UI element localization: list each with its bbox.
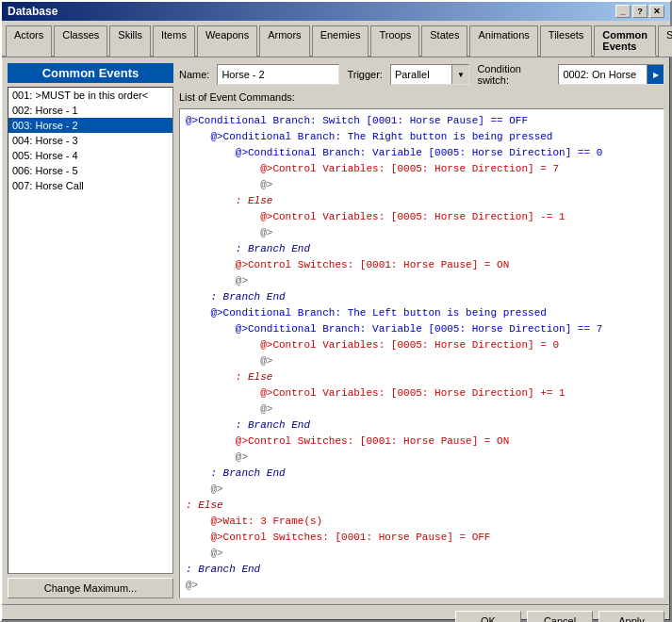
command-line: @>Conditional Branch: The Right button i… xyxy=(184,129,660,145)
trigger-arrow-icon[interactable]: ▼ xyxy=(451,65,468,84)
command-line: @> xyxy=(184,273,660,289)
change-max-button[interactable]: Change Maximum... xyxy=(8,578,173,598)
tab-actors[interactable]: Actors xyxy=(6,25,52,57)
tab-common-events[interactable]: Common Events xyxy=(594,25,656,57)
window-title: Database xyxy=(8,5,57,18)
condition-switch-value: 0002: On Horse xyxy=(559,67,647,82)
events-list[interactable]: 001: >MUST be in this order<002: Horse -… xyxy=(8,87,173,574)
condition-switch-label: Condition switch: xyxy=(477,63,550,86)
command-line: @> xyxy=(184,353,660,369)
tab-bar: ActorsClassesSkillsItemsWeaponsArmorsEne… xyxy=(2,21,670,57)
panel-title: Common Events xyxy=(8,63,173,83)
right-panel: Name: Trigger: Parallel ▼ Condition swit… xyxy=(179,63,664,598)
command-line: @>Conditional Branch: Variable [0005: Ho… xyxy=(184,145,660,161)
fields-row: Name: Trigger: Parallel ▼ Condition swit… xyxy=(179,63,664,86)
command-line: @> xyxy=(184,401,660,417)
name-label: Name: xyxy=(179,69,209,80)
tab-states[interactable]: States xyxy=(421,25,467,57)
command-line: @>Control Variables: [0005: Horse Direct… xyxy=(184,161,660,177)
command-line: : Branch End xyxy=(184,562,660,578)
tab-classes[interactable]: Classes xyxy=(54,25,107,57)
command-line: @>Control Switches: [0001: Horse Pause] … xyxy=(184,257,660,273)
command-line: @>Conditional Branch: The Left button is… xyxy=(184,305,660,321)
command-line: @>Control Switches: [0001: Horse Pause] … xyxy=(184,530,660,546)
tab-troops[interactable]: Troops xyxy=(370,25,419,57)
title-bar-buttons: _ ? ✕ xyxy=(615,5,664,18)
command-line: @> xyxy=(184,450,660,466)
list-item[interactable]: 004: Horse - 3 xyxy=(8,133,172,148)
command-line: : Branch End xyxy=(184,241,660,257)
content-area: Common Events 001: >MUST be in this orde… xyxy=(2,57,670,604)
trigger-label: Trigger: xyxy=(347,69,383,80)
command-line: @> xyxy=(184,177,660,193)
list-item[interactable]: 003: Horse - 2 xyxy=(8,118,172,133)
command-line: @>Wait: 3 Frame(s) xyxy=(184,514,660,530)
main-window: Database _ ? ✕ ActorsClassesSkillsItemsW… xyxy=(0,0,672,622)
bottom-bar: OK Cancel Apply xyxy=(2,604,670,622)
list-item[interactable]: 002: Horse - 1 xyxy=(8,103,172,118)
help-button[interactable]: ? xyxy=(632,5,647,18)
command-line: @> xyxy=(184,578,660,594)
list-item[interactable]: 006: Horse - 5 xyxy=(8,163,172,178)
tab-enemies[interactable]: Enemies xyxy=(312,25,369,57)
command-line: : Branch End xyxy=(184,466,660,482)
command-line: @>Control Variables: [0005: Horse Direct… xyxy=(184,209,660,225)
tab-armors[interactable]: Armors xyxy=(259,25,309,57)
left-panel: Common Events 001: >MUST be in this orde… xyxy=(8,63,173,598)
command-line: @>Control Variables: [0005: Horse Direct… xyxy=(184,385,660,401)
command-line: @>Conditional Branch: Switch [0001: Hors… xyxy=(184,113,660,129)
commands-box[interactable]: @>Conditional Branch: Switch [0001: Hors… xyxy=(179,108,664,598)
tab-system[interactable]: System xyxy=(658,25,672,57)
command-line: @>Control Switches: [0001: Horse Pause] … xyxy=(184,434,660,450)
command-line: @> xyxy=(184,482,660,498)
command-line: @>Conditional Branch: Variable [0005: Ho… xyxy=(184,321,660,337)
command-line: @> xyxy=(184,546,660,562)
command-line: : Branch End xyxy=(184,289,660,305)
name-input[interactable] xyxy=(217,64,339,85)
minimize-button[interactable]: _ xyxy=(615,5,631,18)
apply-button[interactable]: Apply xyxy=(598,611,664,622)
list-item[interactable]: 005: Horse - 4 xyxy=(8,148,172,163)
tab-weapons[interactable]: Weapons xyxy=(197,25,257,57)
command-line: @> xyxy=(184,225,660,241)
title-bar: Database _ ? ✕ xyxy=(2,2,670,21)
tab-tilesets[interactable]: Tilesets xyxy=(540,25,593,57)
tab-skills[interactable]: Skills xyxy=(109,25,151,57)
command-line: : Else xyxy=(184,498,660,514)
command-line: @>Control Variables: [0005: Horse Direct… xyxy=(184,337,660,353)
ok-button[interactable]: OK xyxy=(455,611,521,622)
command-line: : Else xyxy=(184,369,660,385)
cancel-button[interactable]: Cancel xyxy=(527,611,593,622)
tab-items[interactable]: Items xyxy=(153,25,195,57)
command-line: : Else xyxy=(184,193,660,209)
trigger-select[interactable]: Parallel ▼ xyxy=(390,64,470,85)
tab-animations[interactable]: Animations xyxy=(469,25,537,57)
commands-label: List of Event Commands: xyxy=(179,91,664,103)
list-item[interactable]: 007: Horse Call xyxy=(8,178,172,193)
trigger-value: Parallel xyxy=(391,67,452,82)
condition-switch-select[interactable]: 0002: On Horse ▶ xyxy=(558,64,664,85)
command-line: : Branch End xyxy=(184,417,660,434)
list-item[interactable]: 001: >MUST be in this order< xyxy=(8,88,172,103)
close-button[interactable]: ✕ xyxy=(649,5,664,18)
condition-switch-arrow-icon[interactable]: ▶ xyxy=(647,65,664,84)
